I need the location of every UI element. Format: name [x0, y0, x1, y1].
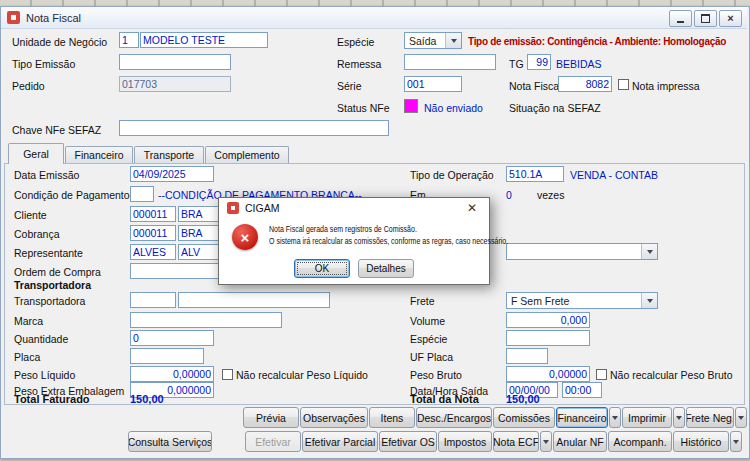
tab-geral[interactable]: Geral: [8, 143, 64, 164]
frete-value: F Sem Frete: [511, 295, 569, 307]
restore-button[interactable]: [694, 10, 717, 27]
detalhes-button[interactable]: Detalhes: [358, 259, 414, 278]
data-emissao-input[interactable]: [130, 166, 214, 182]
tab-complemento[interactable]: Complemento: [205, 146, 289, 163]
desc-encargos-button[interactable]: Desc./Encargos: [416, 407, 492, 428]
peso-bruto-label: Peso Bruto: [410, 369, 462, 381]
chave-nfe-input[interactable]: [119, 120, 389, 136]
historico-button[interactable]: Histórico: [673, 431, 729, 452]
error-icon: ×: [232, 224, 258, 250]
chevron-down-icon[interactable]: [641, 293, 657, 308]
imprimir-dropdown-button[interactable]: [673, 407, 685, 428]
frete-neg-button[interactable]: Frete Neg.: [686, 407, 734, 428]
action-row-1: Prévia Observações Itens Desc./Encargos …: [243, 407, 747, 428]
peso-liquido-checkbox[interactable]: [222, 369, 233, 380]
serie-input[interactable]: [404, 76, 462, 92]
total-faturado-value: 150,00: [130, 393, 164, 405]
transportadora-name-input[interactable]: [178, 292, 330, 308]
unidade-negocio-name-input[interactable]: [140, 32, 268, 48]
placa-input[interactable]: [130, 348, 204, 364]
transportadora-label: Transportadora: [14, 295, 85, 307]
peso-liquido-input[interactable]: [130, 366, 214, 382]
pedido-label: Pedido: [12, 80, 45, 92]
chevron-down-icon: [676, 416, 682, 420]
condicao-pagamento-code-input[interactable]: [130, 186, 154, 202]
frete-neg-dropdown-button[interactable]: [735, 407, 747, 428]
unidade-negocio-label: Unidade de Negócio: [12, 36, 107, 48]
representante-label: Representante: [14, 247, 83, 259]
hora-saida-input[interactable]: [562, 382, 602, 398]
close-button[interactable]: ×: [719, 10, 742, 27]
app-icon: [7, 11, 20, 24]
right-column-combobox[interactable]: [506, 243, 658, 260]
cliente-code-input[interactable]: [130, 206, 176, 222]
uf-placa-label: UF Placa: [410, 351, 453, 363]
tipo-operacao-code-input[interactable]: [506, 166, 564, 182]
acompanh-button[interactable]: Acompanh.: [608, 431, 672, 452]
tab-financeiro[interactable]: Financeiro: [65, 146, 133, 163]
close-icon: ×: [727, 13, 733, 24]
ordem-compra-label: Ordem de Compra: [14, 266, 101, 278]
peso-bruto-checkbox[interactable]: [596, 369, 607, 380]
tipo-operacao-name-label: VENDA - CONTAB: [570, 169, 658, 181]
transportadora-code-input[interactable]: [130, 292, 176, 308]
unidade-negocio-code-input[interactable]: [119, 32, 139, 48]
anular-nf-button[interactable]: Anular NF: [553, 431, 607, 452]
imprimir-button[interactable]: Imprimir: [622, 407, 672, 428]
consulta-servicos-button[interactable]: Consulta Serviços: [128, 431, 212, 452]
tipo-emissao-input[interactable]: [119, 54, 231, 70]
minimize-icon: [677, 21, 684, 23]
representante-code-input[interactable]: [130, 244, 176, 260]
action-row-2: Consulta Serviços Efetivar Efetivar Parc…: [128, 431, 742, 452]
observacoes-button[interactable]: Observações: [300, 407, 368, 428]
serie-label: Série: [337, 80, 362, 92]
cobranca-code-input[interactable]: [130, 225, 176, 241]
tg-code-input[interactable]: [527, 54, 551, 70]
efetivar-os-button[interactable]: Efetivar OS: [379, 431, 437, 452]
tab-transporte[interactable]: Transporte: [134, 146, 204, 163]
especie-item-input[interactable]: [506, 330, 590, 346]
window-title: Nota Fiscal: [26, 12, 81, 24]
frete-combobox[interactable]: F Sem Frete: [506, 292, 658, 309]
dialog-close-button[interactable]: ✕: [461, 200, 483, 216]
volume-label: Volume: [410, 315, 445, 327]
dialog-buttons: OK Detalhes: [219, 259, 489, 278]
remessa-input[interactable]: [404, 54, 496, 70]
especie-combobox[interactable]: Saída: [404, 32, 462, 49]
chevron-down-icon[interactable]: [641, 244, 657, 259]
nota-fiscal-input[interactable]: [558, 76, 612, 92]
window-controls: ×: [669, 10, 742, 27]
historico-dropdown-button[interactable]: [730, 431, 742, 452]
quantidade-input[interactable]: [130, 330, 214, 346]
itens-button[interactable]: Itens: [369, 407, 415, 428]
data-emissao-label: Data Emissão: [14, 169, 79, 181]
nota-ecf-button[interactable]: Nota ECF: [493, 431, 539, 452]
chevron-down-icon: [543, 440, 549, 444]
marca-input[interactable]: [130, 312, 282, 328]
dialog-title: CIGAM: [245, 202, 279, 214]
comissoes-button[interactable]: Comissões: [493, 407, 555, 428]
situacao-sefaz-label: Situação na SEFAZ: [509, 102, 601, 114]
nota-ecf-dropdown-button[interactable]: [540, 431, 552, 452]
volume-input[interactable]: [506, 312, 590, 328]
financeiro-dropdown-button[interactable]: [609, 407, 621, 428]
chevron-down-icon[interactable]: [445, 33, 461, 48]
impostos-button[interactable]: Impostos: [438, 431, 492, 452]
nota-impressa-checkbox[interactable]: [618, 79, 629, 90]
total-nota-label: Total da Nota: [410, 393, 479, 405]
total-faturado-label: Total Faturado: [14, 393, 90, 405]
ok-button[interactable]: OK: [294, 259, 350, 278]
peso-bruto-input[interactable]: [506, 366, 590, 382]
status-nfe-value: Não enviado: [424, 102, 483, 114]
previa-button[interactable]: Prévia: [243, 407, 299, 428]
quantidade-label: Quantidade: [14, 333, 68, 345]
efetivar-parcial-button[interactable]: Efetivar Parcial: [302, 431, 378, 452]
restore-icon: [701, 14, 710, 23]
placa-label: Placa: [14, 351, 40, 363]
financeiro-button[interactable]: Financeiro: [556, 407, 608, 428]
title-bar: Nota Fiscal ×: [1, 7, 747, 29]
efetivar-button: Efetivar: [245, 431, 301, 452]
uf-placa-input[interactable]: [506, 348, 548, 364]
screen: Nota Fiscal × Unidade de Negócio Espécie…: [0, 0, 750, 461]
minimize-button[interactable]: [669, 10, 692, 27]
